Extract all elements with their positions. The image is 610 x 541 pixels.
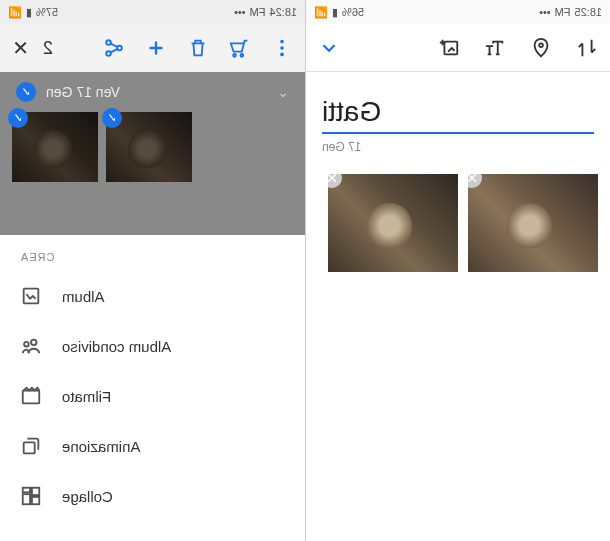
create-sheet: CREA Album Album condiviso Filmato	[0, 235, 305, 541]
status-time: 18:24	[269, 6, 297, 18]
animation-icon	[20, 435, 42, 457]
svg-rect-14	[24, 442, 35, 453]
svg-rect-18	[32, 497, 39, 504]
cart-icon[interactable]	[229, 37, 251, 59]
sheet-item-label: Filmato	[62, 388, 111, 405]
svg-point-4	[280, 53, 284, 57]
toolbar-right: 2 ✕	[0, 24, 305, 72]
add-photo-icon[interactable]	[438, 37, 460, 59]
overflow-icon[interactable]	[271, 37, 293, 59]
album-date: 17 Gen	[322, 140, 594, 154]
check-icon[interactable]: ✓	[102, 108, 122, 128]
thumb-row: ✓ ✓	[0, 112, 305, 182]
album-icon	[20, 285, 42, 307]
svg-point-11	[31, 340, 37, 346]
date-label: Ven 17 Gen	[46, 84, 120, 100]
sheet-item-animation[interactable]: Animazione	[0, 421, 305, 471]
status-fm: FM	[555, 6, 571, 18]
location-icon[interactable]	[530, 37, 552, 59]
sheet-item-label: Album condiviso	[62, 338, 171, 355]
check-icon[interactable]: ✓	[16, 82, 36, 102]
sheet-item-label: Animazione	[62, 438, 140, 455]
collage-icon	[20, 485, 42, 507]
trash-icon[interactable]	[187, 37, 209, 59]
text-icon[interactable]	[484, 37, 506, 59]
svg-point-5	[240, 54, 243, 57]
svg-point-0	[539, 43, 543, 47]
svg-rect-13	[23, 391, 40, 404]
expand-icon[interactable]	[318, 37, 340, 59]
svg-point-6	[233, 54, 236, 57]
close-icon[interactable]: ✕	[12, 36, 29, 60]
chevron-down-icon: ⌄	[277, 84, 289, 100]
svg-rect-10	[24, 289, 39, 304]
sheet-item-collage[interactable]: Collage	[0, 471, 305, 521]
sheet-item-movie[interactable]: Filmato	[0, 371, 305, 421]
sheet-title: CREA	[0, 251, 305, 271]
sheet-item-shared-album[interactable]: Album condiviso	[0, 321, 305, 371]
photo-item[interactable]: ✕	[328, 174, 458, 272]
album-title-input[interactable]	[322, 92, 594, 134]
status-time: 18:25	[574, 6, 602, 18]
share-icon[interactable]	[103, 37, 125, 59]
status-battery: 56%	[342, 6, 364, 18]
svg-rect-16	[23, 488, 30, 493]
sheet-item-label: Collage	[62, 488, 113, 505]
toolbar-left	[306, 24, 610, 72]
status-bar-left: 18:25 FM ••• 56% ▮📶	[306, 0, 610, 24]
status-battery: 57%	[36, 6, 58, 18]
status-bar-right: 18:24 FM ••• 57% ▮📶	[0, 0, 305, 24]
status-fm: FM	[250, 6, 266, 18]
svg-rect-17	[23, 494, 30, 504]
photo-item[interactable]: ✕	[468, 174, 598, 272]
thumb-item[interactable]: ✓	[106, 112, 192, 182]
svg-rect-15	[32, 488, 39, 495]
selection-count: 2	[43, 38, 53, 59]
shared-album-icon	[20, 335, 42, 357]
photo-grid: ✕ ✕	[306, 162, 610, 284]
svg-point-12	[24, 342, 29, 347]
sort-icon[interactable]	[576, 37, 598, 59]
thumb-item[interactable]: ✓	[12, 112, 98, 182]
add-icon[interactable]	[145, 37, 167, 59]
svg-point-3	[280, 46, 284, 50]
svg-point-2	[280, 40, 284, 44]
sheet-item-label: Album	[62, 288, 105, 305]
movie-icon	[20, 385, 42, 407]
sheet-item-album[interactable]: Album	[0, 271, 305, 321]
date-row[interactable]: ⌄ Ven 17 Gen ✓	[0, 72, 305, 112]
check-icon[interactable]: ✓	[8, 108, 28, 128]
